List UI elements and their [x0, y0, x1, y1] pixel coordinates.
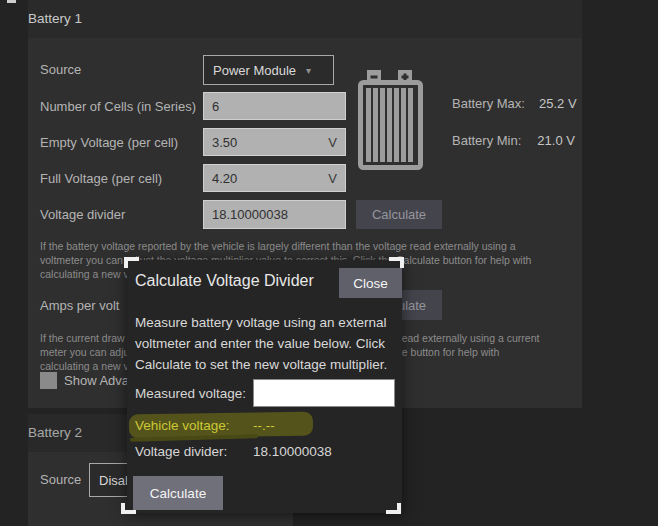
- cells-label: Number of Cells (in Series): [40, 92, 196, 121]
- calculate-voltage-divider-dialog: Calculate Voltage Divider Close Measure …: [127, 260, 402, 513]
- vehicle-voltage-label: Vehicle voltage:: [135, 418, 230, 433]
- chevron-down-icon: ▾: [306, 65, 311, 76]
- cells-field-value: 6: [212, 99, 219, 114]
- dialog-body-line: voltmeter and enter the value below. Cli…: [135, 333, 387, 354]
- cells-field[interactable]: 6: [203, 92, 346, 120]
- corner-bracket-bottom-right: [386, 503, 401, 514]
- dialog-body-line: Calculate to set the new voltage multipl…: [135, 354, 387, 375]
- measured-voltage-label: Measured voltage:: [135, 386, 246, 401]
- empty-voltage-label: Empty Voltage (per cell): [40, 128, 178, 157]
- source-combobox-value: Power Module: [213, 63, 296, 78]
- voltage-note-line: If the battery voltage reported by the v…: [40, 239, 531, 253]
- corner-bracket-top-right: [389, 257, 404, 268]
- battery-max-label: Battery Max:: [452, 96, 525, 111]
- close-button[interactable]: Close: [339, 268, 402, 298]
- voltage-divider-label: Voltage divider: [40, 200, 125, 229]
- battery-icon: [358, 70, 426, 174]
- voltage-divider-value: 18.10000038: [212, 207, 288, 222]
- power-setup-screen: Battery 1 Source Power Module ▾ Number o…: [0, 0, 658, 526]
- battery-min-row: Battery Min: 21.0 V: [452, 133, 575, 148]
- empty-voltage-unit: V: [328, 135, 337, 150]
- battery-min-value: 21.0 V: [537, 133, 575, 148]
- battery-max-row: Battery Max: 25.2 V: [452, 96, 577, 111]
- voltage-divider-field[interactable]: 18.10000038: [203, 200, 346, 229]
- full-voltage-label: Full Voltage (per cell): [40, 164, 162, 193]
- corner-bracket-cropped: [7, 0, 16, 3]
- battery2-source-label: Source: [40, 465, 81, 495]
- dialog-voltage-divider-value: 18.10000038: [253, 444, 332, 459]
- source-label: Source: [40, 55, 81, 84]
- voltage-calculate-button[interactable]: Calculate: [356, 200, 442, 229]
- dialog-body-line: Measure battery voltage using an externa…: [135, 312, 387, 333]
- empty-voltage-field[interactable]: 3.50 V: [203, 128, 346, 156]
- measured-voltage-input[interactable]: [253, 379, 395, 407]
- show-advanced-checkbox[interactable]: [40, 372, 57, 389]
- full-voltage-value: 4.20: [212, 171, 237, 186]
- corner-bracket-bottom-left: [121, 503, 136, 514]
- battery-max-value: 25.2 V: [539, 96, 577, 111]
- vehicle-voltage-value: --.--: [253, 418, 275, 433]
- dialog-voltage-divider-label: Voltage divider:: [135, 444, 227, 459]
- source-combobox[interactable]: Power Module ▾: [203, 55, 334, 85]
- dialog-body: Measure battery voltage using an externa…: [135, 312, 387, 375]
- amps-per-volt-label: Amps per volt: [40, 291, 119, 320]
- battery1-header-strip: Battery 1: [28, 0, 582, 38]
- empty-voltage-value: 3.50: [212, 135, 237, 150]
- dialog-calculate-button[interactable]: Calculate: [133, 476, 223, 510]
- full-voltage-field[interactable]: 4.20 V: [203, 164, 346, 192]
- full-voltage-unit: V: [328, 171, 337, 186]
- dialog-title: Calculate Voltage Divider: [135, 272, 314, 290]
- battery-min-label: Battery Min:: [452, 133, 521, 148]
- battery1-title: Battery 1: [28, 0, 582, 38]
- corner-bracket-top-left: [124, 257, 139, 268]
